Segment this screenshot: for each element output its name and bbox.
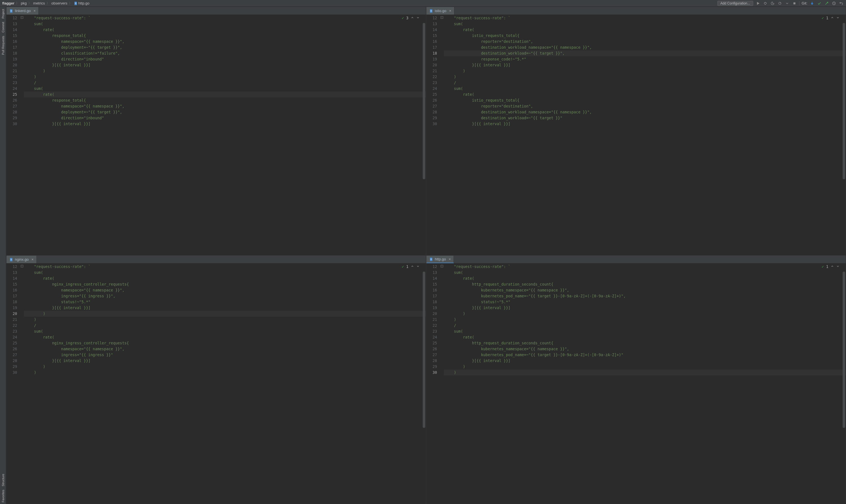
code-area[interactable]: "request-success-rate": ` sum( rate( ist…	[444, 15, 846, 255]
svg-rect-12	[430, 259, 432, 259]
scrollbar[interactable]	[423, 272, 425, 428]
tab-label: linkerd.go	[15, 9, 31, 13]
fold-handle-icon[interactable]: -	[441, 16, 443, 19]
close-icon[interactable]: ×	[449, 257, 451, 261]
crumb-part[interactable]: pkg	[21, 1, 27, 5]
rollback-icon[interactable]	[839, 1, 844, 6]
scrollbar[interactable]	[843, 23, 845, 179]
editor-pane: linkerd.go×12131415161718192021222324252…	[6, 7, 426, 255]
editor-pane: http.go×12131415161718192021222324252627…	[426, 255, 846, 504]
profile-icon[interactable]	[777, 1, 782, 6]
chevron-right-icon: 〉	[28, 1, 31, 5]
fold-handle-icon[interactable]: -	[21, 16, 23, 19]
fold-column: -	[20, 15, 24, 255]
crumb-part[interactable]: observers	[51, 1, 67, 5]
code-area[interactable]: "request-success-rate": ` sum( rate( htt…	[444, 263, 846, 504]
fold-column: -	[440, 15, 444, 255]
go-file-icon	[9, 9, 13, 13]
coverage-icon[interactable]	[770, 1, 775, 6]
inspections-widget[interactable]: ✓3	[402, 15, 420, 21]
inspections-widget[interactable]: ✓1	[822, 264, 840, 270]
editor[interactable]: 12131415161718192021222324252627282930- …	[426, 15, 846, 255]
gutter: 12131415161718192021222324252627282930	[6, 263, 20, 504]
run-icon[interactable]	[756, 1, 760, 6]
breadcrumb[interactable]: flagger 〉 pkg 〉 metrics 〉 observers 〉 ht…	[2, 1, 89, 5]
go-file-icon	[429, 257, 433, 261]
tab-bar: nginx.go×	[6, 256, 426, 263]
crumb-file[interactable]: http.go	[78, 1, 89, 5]
editor-split-grid: linkerd.go×12131415161718192021222324252…	[6, 7, 846, 504]
next-problem-icon[interactable]	[836, 264, 840, 270]
svg-rect-11	[11, 259, 12, 260]
fold-handle-icon[interactable]: -	[21, 265, 23, 267]
editor-tab[interactable]: linkerd.go×	[6, 7, 39, 15]
tool-favorites[interactable]: Favorites	[1, 488, 5, 504]
prev-problem-icon[interactable]	[831, 264, 834, 270]
next-problem-icon[interactable]	[416, 15, 420, 21]
inspections-widget[interactable]: ✓1	[822, 15, 840, 21]
next-problem-icon[interactable]	[836, 15, 840, 21]
check-icon: ✓	[822, 264, 824, 270]
tool-project[interactable]: Project	[1, 7, 5, 20]
chevron-down-icon[interactable]	[784, 1, 790, 6]
scrollbar[interactable]	[843, 272, 845, 428]
run-configuration-selector[interactable]: Add Configuration...	[717, 1, 753, 6]
editor[interactable]: 12131415161718192021222324252627282930- …	[426, 263, 846, 504]
editor-pane: nginx.go×1213141516171819202122232425262…	[6, 255, 426, 504]
close-icon[interactable]: ×	[31, 257, 34, 262]
git-update-icon[interactable]	[810, 1, 815, 6]
editor[interactable]: 12131415161718192021222324252627282930- …	[6, 15, 426, 255]
check-icon: ✓	[822, 15, 824, 21]
svg-rect-0	[75, 3, 76, 3]
inspections-widget[interactable]: ✓1	[402, 264, 420, 270]
fold-column: -	[440, 263, 444, 504]
left-toolstrip: Project Commit Pull Requests Structure F…	[0, 7, 6, 504]
fold-column: -	[20, 263, 24, 504]
prev-problem-icon[interactable]	[831, 15, 834, 21]
svg-rect-4	[793, 2, 795, 4]
tab-bar: istio.go×	[426, 7, 846, 15]
problems-count: 1	[406, 264, 409, 270]
history-icon[interactable]	[831, 1, 836, 6]
prev-problem-icon[interactable]	[411, 15, 414, 21]
code-area[interactable]: "request-success-rate": ` sum( rate( res…	[24, 15, 426, 255]
go-file-icon	[74, 1, 77, 5]
navbar-right: Add Configuration... Git:	[717, 1, 844, 6]
stop-icon[interactable]	[792, 1, 797, 6]
chevron-right-icon: 〉	[69, 1, 72, 5]
editor[interactable]: 12131415161718192021222324252627282930- …	[6, 263, 426, 504]
go-file-icon	[429, 9, 433, 13]
next-problem-icon[interactable]	[416, 264, 420, 270]
tool-pull-requests[interactable]: Pull Requests	[1, 34, 5, 57]
git-label: Git:	[802, 1, 807, 5]
svg-rect-13	[430, 259, 432, 259]
debug-icon[interactable]	[763, 1, 768, 6]
scrollbar[interactable]	[423, 23, 425, 179]
fold-handle-icon[interactable]: -	[441, 265, 443, 267]
tool-structure[interactable]: Structure	[1, 472, 5, 488]
tab-bar: linkerd.go×	[6, 7, 426, 15]
close-icon[interactable]: ×	[449, 9, 451, 13]
gutter: 12131415161718192021222324252627282930	[426, 15, 440, 255]
problems-count: 3	[406, 15, 409, 21]
code-area[interactable]: "request-success-rate": ` sum( rate( ngi…	[24, 263, 426, 504]
crumb-part[interactable]: metrics	[33, 1, 45, 5]
tool-commit[interactable]: Commit	[1, 20, 5, 34]
go-file-icon	[9, 257, 13, 262]
close-icon[interactable]: ×	[33, 9, 36, 13]
top-navbar: flagger 〉 pkg 〉 metrics 〉 observers 〉 ht…	[0, 0, 846, 7]
tab-label: istio.go	[435, 9, 446, 13]
editor-tab[interactable]: istio.go×	[426, 7, 454, 15]
tab-bar: http.go×	[426, 256, 846, 263]
prev-problem-icon[interactable]	[411, 264, 414, 270]
gutter: 12131415161718192021222324252627282930	[6, 15, 20, 255]
editor-tab[interactable]: http.go×	[426, 256, 454, 263]
crumb-root[interactable]: flagger	[2, 1, 14, 5]
git-push-icon[interactable]	[824, 1, 829, 6]
svg-rect-9	[430, 11, 432, 11]
editor-pane: istio.go×1213141516171819202122232425262…	[426, 7, 846, 255]
chevron-right-icon: 〉	[16, 1, 19, 5]
git-commit-icon[interactable]	[817, 1, 822, 6]
editor-tab[interactable]: nginx.go×	[6, 256, 37, 263]
gutter: 12131415161718192021222324252627282930	[426, 263, 440, 504]
